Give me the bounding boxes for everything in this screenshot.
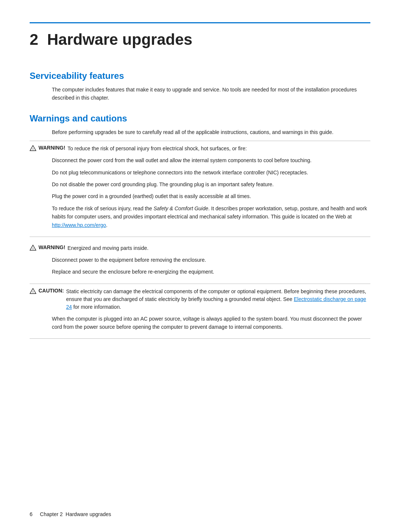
- warning1-item-1: Disconnect the power cord from the wall …: [52, 156, 370, 164]
- warning1-item-4: Plug the power cord in a grounded (earth…: [52, 192, 370, 200]
- electrostatic-link[interactable]: Electrostatic discharge on page 24: [66, 296, 366, 310]
- caution-block-1: ! CAUTION: Static electricity can damage…: [30, 288, 370, 339]
- warnings-heading: Warnings and cautions: [30, 113, 370, 124]
- warnings-section: Warnings and cautions Before performing …: [30, 113, 370, 339]
- caution1-body: When the computer is plugged into an AC …: [52, 315, 370, 331]
- page-container: 2 Hardware upgrades Serviceability featu…: [0, 0, 400, 379]
- serviceability-section: Serviceability features The computer inc…: [30, 71, 370, 102]
- serviceability-body: The computer includes features that make…: [52, 86, 370, 102]
- warning-block-1: ! WARNING! To reduce the risk of persona…: [30, 141, 370, 237]
- warning1-item-5: To reduce the risk of serious injury, re…: [52, 204, 370, 229]
- warning1-item-2: Do not plug telecommunications or teleph…: [52, 168, 370, 177]
- caution1-label: CAUTION:: [39, 288, 64, 294]
- warnings-intro: Before performing upgrades be sure to ca…: [52, 128, 370, 136]
- svg-text:!: !: [33, 290, 34, 294]
- svg-text:!: !: [33, 247, 34, 250]
- warning2-label: WARNING!: [39, 244, 65, 250]
- warning2-item-2: Replace and secure the enclosure before …: [52, 268, 370, 276]
- footer-page-number: 6: [30, 511, 33, 517]
- warning2-item-1: Disconnect power to the equipment before…: [52, 256, 370, 264]
- warning1-header-row: ! WARNING! To reduce the risk of persona…: [30, 145, 370, 153]
- warning1-label: WARNING!: [39, 145, 65, 151]
- warning1-header-text: To reduce the risk of personal injury fr…: [67, 145, 247, 153]
- warning2-header-row: ! WARNING! Energized and moving parts in…: [30, 244, 370, 252]
- warning1-item-3: Do not disable the power cord grounding …: [52, 180, 370, 188]
- serviceability-heading: Serviceability features: [30, 71, 370, 81]
- caution1-header-row: ! CAUTION: Static electricity can damage…: [30, 288, 370, 311]
- page-footer: 6 Chapter 2 Hardware upgrades: [30, 511, 370, 517]
- chapter-number: 2: [30, 31, 38, 48]
- caution1-header-text: Static electricity can damage the electr…: [66, 288, 370, 311]
- warning2-header-text: Energized and moving parts inside.: [67, 244, 149, 252]
- warning-triangle-icon-1: !: [30, 145, 36, 151]
- chapter-header: 2 Hardware upgrades: [30, 22, 370, 48]
- warning-block-2: ! WARNING! Energized and moving parts in…: [30, 241, 370, 284]
- caution-triangle-icon-1: !: [30, 288, 36, 294]
- ergo-link[interactable]: http://www.hp.com/ergo: [52, 222, 106, 228]
- italic-guide-name: Safety & Comfort Guide: [153, 205, 208, 211]
- chapter-title: Hardware upgrades: [47, 31, 192, 48]
- footer-chapter-text: Chapter 2 Hardware upgrades: [40, 511, 111, 517]
- warning-triangle-icon-2: !: [30, 245, 36, 251]
- svg-text:!: !: [33, 147, 34, 151]
